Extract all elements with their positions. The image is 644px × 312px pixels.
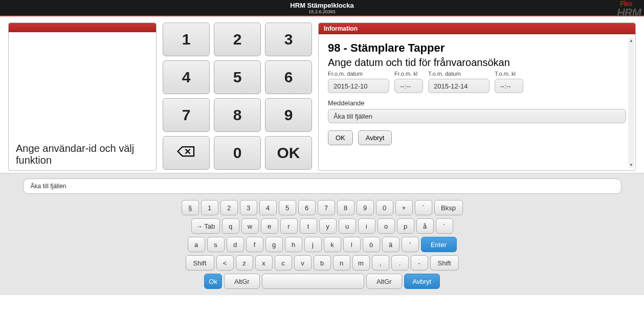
kb-key--[interactable]: . <box>391 255 409 271</box>
kb-key--[interactable]: ö <box>363 237 380 252</box>
id-panel: Ange användar-id och välj funktion <box>8 23 157 171</box>
logo-bottom: HRM <box>617 6 641 19</box>
kb-altgr-left[interactable]: AltGr <box>224 274 260 289</box>
kb-key--[interactable]: < <box>216 255 234 271</box>
from-date-label: Fr.o.m. datum <box>328 71 389 77</box>
kb-key-w[interactable]: w <box>241 218 259 234</box>
kb-key-k[interactable]: k <box>324 237 341 252</box>
info-ok-button[interactable]: OK <box>328 130 353 145</box>
kb-key--[interactable]: - <box>411 255 428 271</box>
user-name: 98 - Stämplare Tapper <box>328 41 626 55</box>
keypad-3[interactable]: 3 <box>265 23 312 56</box>
logo-top: Flex <box>620 0 632 8</box>
id-prompt: Ange användar-id och välj funktion <box>9 139 156 170</box>
kb-key-bksp[interactable]: Bksp <box>434 200 463 215</box>
kb-key-t[interactable]: t <box>300 218 317 234</box>
to-date-input[interactable]: 2015-12-14 <box>428 79 490 93</box>
kb-key--[interactable]: å <box>416 218 434 234</box>
kb-key-1[interactable]: 1 <box>201 200 218 215</box>
to-time-label: T.o.m. kl <box>495 71 523 77</box>
kb-key-5[interactable]: 5 <box>279 200 296 215</box>
kb-key--tab[interactable]: → Tab <box>191 218 220 234</box>
kb-key-4[interactable]: 4 <box>259 200 277 215</box>
kb-key--[interactable]: ´ <box>415 200 432 215</box>
kb-key-q[interactable]: q <box>222 218 239 234</box>
kb-key-h[interactable]: h <box>285 237 302 252</box>
keypad-6[interactable]: 6 <box>265 60 312 94</box>
kb-key--[interactable]: ä <box>382 237 399 252</box>
kb-key--[interactable]: ' <box>402 237 419 252</box>
kb-key-8[interactable]: 8 <box>337 200 354 215</box>
keypad-9[interactable]: 9 <box>265 98 312 132</box>
kb-key-u[interactable]: u <box>339 218 356 234</box>
kb-key-v[interactable]: v <box>294 255 312 271</box>
app-title: HRM Stämpelklocka <box>0 0 644 9</box>
kb-key-l[interactable]: l <box>343 237 361 252</box>
from-time-input[interactable]: --:-- <box>394 79 423 93</box>
keyboard-text-input[interactable] <box>23 179 621 194</box>
from-date-input[interactable]: 2015-12-10 <box>328 79 389 93</box>
kb-key-y[interactable]: y <box>319 218 337 234</box>
kb-key-z[interactable]: z <box>236 255 253 271</box>
info-cancel-button[interactable]: Avbryt <box>358 130 392 145</box>
kb-key-j[interactable]: j <box>304 237 322 252</box>
keypad-7[interactable]: 7 <box>163 98 210 132</box>
kb-key-o[interactable]: o <box>377 218 395 234</box>
onscreen-keyboard: §1234567890+´Bksp → Tabqwertyuiopå¨ asdf… <box>9 200 635 289</box>
kb-key--[interactable]: + <box>395 200 413 215</box>
kb-key-shift[interactable]: Shift <box>186 255 214 271</box>
kb-key-m[interactable]: m <box>352 255 370 271</box>
kb-key-s[interactable]: s <box>207 237 225 252</box>
kb-key-d[interactable]: d <box>227 237 244 252</box>
kb-key--[interactable]: ¨ <box>436 218 453 234</box>
kb-key--[interactable]: , <box>372 255 389 271</box>
kb-key-7[interactable]: 7 <box>318 200 335 215</box>
kb-cancel-button[interactable]: Avbryt <box>404 274 440 289</box>
kb-key-f[interactable]: f <box>246 237 263 252</box>
kb-key-enter[interactable]: Enter <box>421 237 457 252</box>
instruction-text: Ange datum och tid för frånvaroansökan <box>328 57 626 69</box>
keypad-1[interactable]: 1 <box>163 23 210 56</box>
kb-key-b[interactable]: b <box>314 255 331 271</box>
kb-altgr-right[interactable]: AltGr <box>366 274 402 289</box>
kb-key--[interactable]: § <box>182 200 199 215</box>
kb-key-n[interactable]: n <box>333 255 350 271</box>
kb-key-0[interactable]: 0 <box>376 200 393 215</box>
app-header: HRM Stämpelklocka 15.2.6.20365 Flex HRM <box>0 0 644 16</box>
app-logo: Flex HRM <box>617 0 641 17</box>
kb-key-shift[interactable]: Shift <box>430 255 459 271</box>
info-panel: Information 98 - Stämplare Tapper Ange d… <box>318 23 636 171</box>
kb-key-9[interactable]: 9 <box>357 200 374 215</box>
to-date-label: T.o.m. datum <box>428 71 490 77</box>
message-input[interactable]: Åka till fjällen <box>328 109 626 123</box>
kb-key-2[interactable]: 2 <box>220 200 238 215</box>
kb-key-p[interactable]: p <box>397 218 414 234</box>
kb-key-i[interactable]: i <box>358 218 375 234</box>
to-time-input[interactable]: --:-- <box>495 79 523 93</box>
id-panel-header <box>9 23 156 32</box>
numeric-keypad: 1 2 3 4 5 6 7 8 9 0 OK <box>163 23 312 171</box>
kb-key-g[interactable]: g <box>265 237 283 252</box>
info-scrollbar[interactable] <box>628 37 634 168</box>
kb-key-a[interactable]: a <box>188 237 205 252</box>
kb-key-x[interactable]: x <box>255 255 273 271</box>
keypad-8[interactable]: 8 <box>214 98 261 132</box>
message-label: Meddelande <box>328 99 626 107</box>
kb-key-e[interactable]: e <box>261 218 278 234</box>
keypad-ok[interactable]: OK <box>265 136 312 170</box>
app-version: 15.2.6.20365 <box>0 9 644 14</box>
keypad-0[interactable]: 0 <box>214 136 261 170</box>
kb-key-6[interactable]: 6 <box>298 200 316 215</box>
kb-key-r[interactable]: r <box>280 218 298 234</box>
kb-key-c[interactable]: c <box>275 255 292 271</box>
info-panel-header: Information <box>319 23 635 34</box>
keypad-backspace[interactable] <box>163 136 210 170</box>
keypad-4[interactable]: 4 <box>163 60 210 94</box>
kb-spacebar[interactable] <box>262 274 364 289</box>
kb-ok-button[interactable]: Ok <box>204 274 222 289</box>
onscreen-keyboard-area: §1234567890+´Bksp → Tabqwertyuiopå¨ asdf… <box>0 173 644 295</box>
keypad-2[interactable]: 2 <box>214 23 261 56</box>
keypad-5[interactable]: 5 <box>214 60 261 94</box>
kb-key-3[interactable]: 3 <box>240 200 257 215</box>
backspace-icon <box>177 144 195 162</box>
